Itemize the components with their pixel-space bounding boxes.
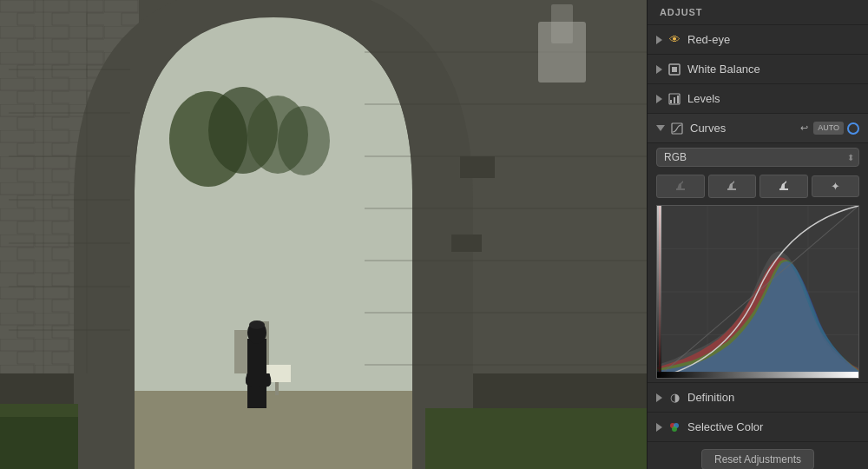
- definition-label: Definition: [687, 391, 859, 404]
- svg-rect-41: [551, 4, 573, 43]
- reset-adjustments-button[interactable]: Reset Adjustments: [701, 449, 814, 469]
- redeye-panel-row[interactable]: 👁 Red-eye: [648, 25, 868, 55]
- wb-label: White Balance: [687, 63, 859, 76]
- eye-icon: 👁: [667, 33, 681, 47]
- svg-rect-52: [727, 188, 736, 190]
- curves-tool-2[interactable]: [708, 175, 757, 198]
- svg-rect-64: [657, 206, 661, 372]
- svg-rect-11: [234, 330, 247, 373]
- curves-circle-button[interactable]: [847, 122, 859, 135]
- white-balance-panel-row[interactable]: White Balance: [648, 55, 868, 84]
- levels-icon: [667, 92, 681, 106]
- curves-graph[interactable]: [656, 205, 859, 379]
- wb-icon: [667, 63, 681, 76]
- curves-tools-row: ✦: [648, 171, 868, 201]
- curves-tool-3[interactable]: [760, 175, 808, 198]
- rgb-channel-select[interactable]: RGB Red Green Blue: [656, 148, 859, 167]
- curves-auto-button[interactable]: AUTO: [813, 122, 844, 135]
- levels-label: Levels: [687, 92, 859, 105]
- curves-label: Curves: [690, 122, 800, 135]
- curves-controls: ↩ AUTO: [800, 122, 859, 135]
- definition-icon: ◑: [667, 391, 681, 405]
- curves-panel-row[interactable]: Curves ↩ AUTO: [648, 114, 868, 143]
- curves-triangle: [656, 125, 665, 131]
- levels-triangle: [656, 95, 662, 103]
- svg-rect-49: [677, 96, 679, 103]
- redeye-triangle: [656, 36, 662, 44]
- redeye-label: Red-eye: [687, 33, 859, 46]
- svg-point-67: [672, 426, 677, 432]
- rgb-select-wrapper: RGB Red Green Blue: [656, 148, 859, 167]
- selective-color-panel-row[interactable]: Selective Color: [648, 413, 868, 442]
- svg-rect-13: [135, 391, 412, 469]
- rgb-selector-row: RGB Red Green Blue: [648, 143, 868, 171]
- svg-rect-53: [779, 188, 788, 190]
- wb-triangle: [656, 65, 662, 74]
- sidebar-title: ADJUST: [648, 0, 868, 25]
- svg-rect-63: [657, 372, 858, 378]
- photo-canvas: [0, 0, 647, 469]
- svg-rect-47: [670, 100, 672, 103]
- curves-tool-4[interactable]: ✦: [812, 175, 860, 197]
- adjust-panels: 👁 Red-eye White Balance: [648, 25, 868, 469]
- definition-triangle: [656, 393, 662, 402]
- svg-rect-38: [460, 156, 495, 178]
- levels-panel-row[interactable]: Levels: [648, 84, 868, 114]
- svg-rect-48: [674, 97, 675, 103]
- svg-rect-37: [425, 408, 647, 469]
- svg-rect-51: [676, 188, 685, 190]
- selective-color-label: Selective Color: [687, 420, 859, 433]
- curves-expanded-panel: RGB Red Green Blue: [648, 143, 868, 383]
- svg-point-18: [249, 320, 265, 329]
- selective-color-triangle: [656, 423, 662, 432]
- svg-rect-36: [0, 417, 78, 469]
- curves-tool-1[interactable]: [656, 175, 705, 198]
- sidebar: ADJUST 👁 Red-eye White Balance: [647, 0, 868, 469]
- svg-rect-45: [672, 67, 677, 72]
- selective-color-icon: [667, 420, 681, 434]
- curves-undo-icon[interactable]: ↩: [800, 122, 808, 134]
- definition-panel-row[interactable]: ◑ Definition: [648, 383, 868, 413]
- svg-point-10: [278, 106, 330, 175]
- curves-icon: [670, 122, 684, 135]
- svg-rect-15: [275, 382, 279, 395]
- svg-rect-39: [451, 234, 482, 252]
- reset-row: Reset Adjustments: [648, 442, 868, 469]
